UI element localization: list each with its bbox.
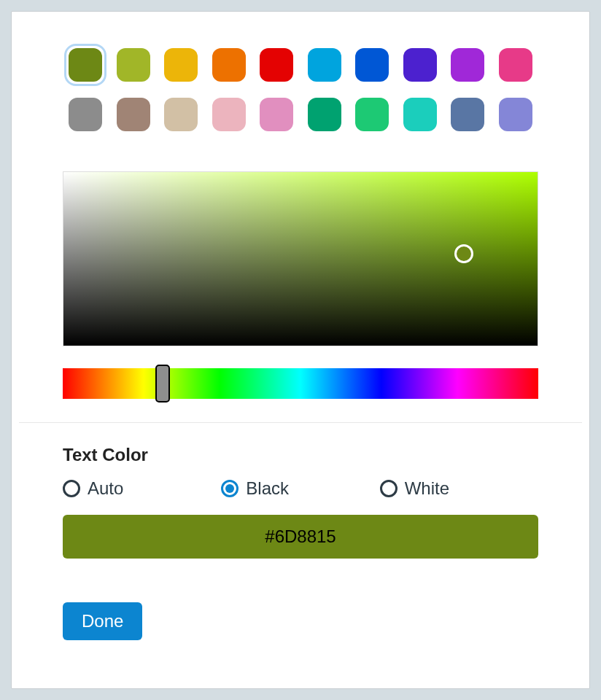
hex-preview: #6D8815 [63,515,538,559]
swatch-red[interactable] [260,48,293,82]
swatch-sky-blue[interactable] [308,48,341,82]
swatch-indigo[interactable] [403,48,437,82]
swatch-blush[interactable] [212,98,246,131]
section-divider [19,422,582,423]
hue-slider[interactable] [63,368,538,399]
radio-circle-icon [221,480,239,497]
swatch-teal[interactable] [403,98,437,131]
swatch-rose[interactable] [260,98,293,131]
swatch-orange[interactable] [212,48,246,82]
swatch-gold[interactable] [164,48,198,82]
radio-label: Black [246,478,289,499]
radio-label: Auto [88,478,123,499]
swatch-slate-blue[interactable] [451,98,484,131]
hue-slider-handle[interactable] [155,365,170,402]
preset-swatches [63,48,538,131]
swatch-pink[interactable] [499,48,532,82]
swatch-green[interactable] [355,98,389,131]
swatch-periwinkle[interactable] [499,98,532,131]
swatch-gray[interactable] [69,98,102,131]
swatch-olive[interactable] [69,48,102,82]
swatch-blue[interactable] [355,48,389,82]
done-button[interactable]: Done [63,602,142,640]
text-color-radio-auto[interactable]: Auto [63,478,221,499]
radio-circle-icon [380,480,398,497]
text-color-radio-group: AutoBlackWhite [63,478,538,499]
text-color-radio-black[interactable]: Black [221,478,379,499]
radio-circle-icon [63,480,80,497]
swatch-lime[interactable] [117,48,150,82]
swatch-purple[interactable] [451,48,484,82]
text-color-radio-white[interactable]: White [380,478,538,499]
swatch-brown[interactable] [117,98,150,131]
text-color-title: Text Color [63,445,538,465]
swatch-row-2 [69,98,532,131]
swatch-tan[interactable] [164,98,198,131]
radio-label: White [405,478,449,499]
color-picker-panel: Text Color AutoBlackWhite #6D8815 Done [11,11,590,689]
saturation-value-area[interactable] [63,171,538,346]
swatch-jade[interactable] [308,98,341,131]
sv-black-layer [63,172,538,346]
swatch-row-1 [69,48,532,82]
hex-value: #6D8815 [265,526,336,547]
